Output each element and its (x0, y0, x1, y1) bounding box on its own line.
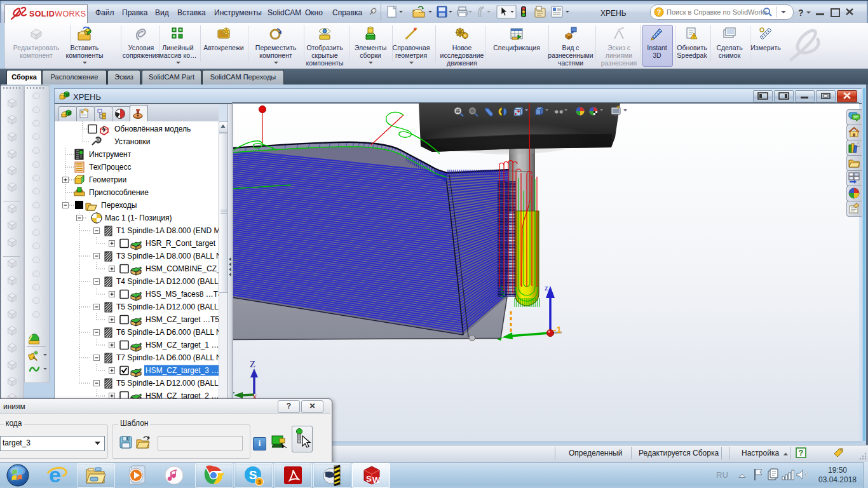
svg-text:-1: -1 (553, 325, 562, 335)
svg-text:T4 Spindle-1A D12.000 (BALL N: T4 Spindle-1A D12.000 (BALL N (116, 277, 219, 286)
svg-text:Z: Z (250, 359, 255, 369)
svg-text:Геометрии: Геометрии (89, 175, 126, 184)
svg-text:e: e (49, 463, 61, 487)
svg-text:Инструмент: Инструмент (89, 150, 132, 159)
svg-text:?: ? (657, 8, 661, 16)
svg-text:Установки: Установки (114, 137, 150, 146)
svg-text:S: S (366, 474, 372, 484)
svg-text:HSR_R_Cont_target …: HSR_R_Cont_target … (146, 239, 219, 248)
svg-text:HSM_CZ_target_1 …T6: HSM_CZ_target_1 …T6 (146, 341, 219, 349)
svg-text:Приспособление: Приспособление (89, 188, 149, 197)
svg-text:Переходы: Переходы (101, 201, 137, 210)
svg-text:HSM_CZ_target …T5 (: HSM_CZ_target …T5 ( (146, 315, 219, 324)
svg-text:HSS_MS_faces8 …T4 (: HSS_MS_faces8 …T4 ( (146, 290, 219, 299)
svg-text:Mac 1 (1- Позиция): Mac 1 (1- Позиция) (105, 214, 172, 222)
svg-text:T5 Spindle-1A D12.000 (BALL N: T5 Spindle-1A D12.000 (BALL N (116, 379, 219, 388)
svg-text:!: ! (693, 34, 695, 39)
svg-text:ТехПроцесс: ТехПроцесс (89, 163, 131, 172)
svg-text:Обновлённая модель: Обновлённая модель (114, 125, 191, 133)
svg-text:T1 Spindle-1A D8.000 (END MIL: T1 Spindle-1A D8.000 (END MIL (116, 226, 219, 235)
svg-text:SOLIDWORKS: SOLIDWORKS (29, 10, 86, 18)
svg-text:T6 Spindle-1A D6.000 (BALL NC: T6 Spindle-1A D6.000 (BALL NC (116, 328, 219, 337)
svg-text:3: 3 (257, 479, 261, 485)
svg-text:HSM_COMBINE_CZ_Lin: HSM_COMBINE_CZ_Lin (146, 264, 219, 273)
svg-text:T3 Spindle-1A D8.000 (BALL NC: T3 Spindle-1A D8.000 (BALL NC (116, 252, 219, 261)
svg-text:T7 Spindle-1A D6.000 (BALL NC: T7 Spindle-1A D6.000 (BALL NC (116, 353, 219, 362)
svg-text:T5 Spindle-1A D12.000 (BALL N: T5 Spindle-1A D12.000 (BALL N (116, 302, 219, 311)
svg-text:?: ? (799, 449, 803, 458)
svg-text:z: z (545, 283, 548, 292)
svg-text:W: W (372, 475, 381, 485)
svg-text:HSM_CZ_target_3 …T: HSM_CZ_target_3 …T (146, 366, 219, 375)
